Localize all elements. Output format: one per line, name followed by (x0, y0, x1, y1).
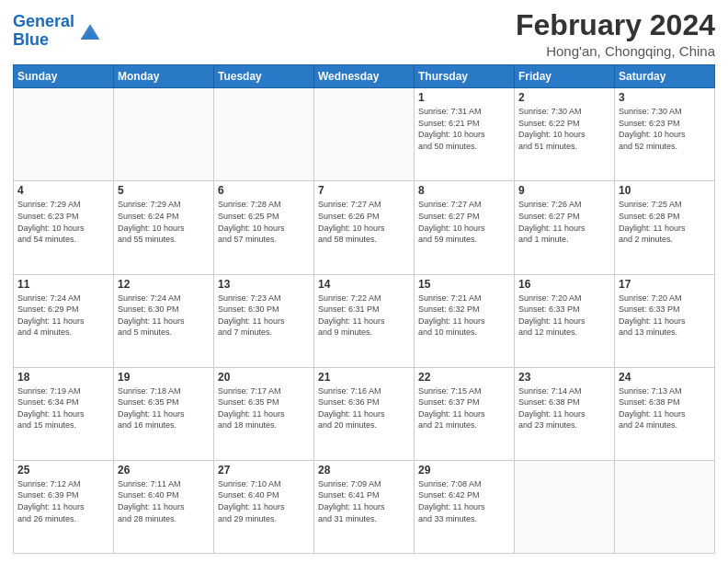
weekday-monday: Monday (114, 65, 214, 88)
day-number: 24 (619, 371, 711, 384)
day-number: 20 (218, 371, 310, 384)
day-number: 6 (218, 184, 310, 197)
calendar-cell: 9Sunrise: 7:26 AM Sunset: 6:27 PM Daylig… (515, 181, 615, 274)
day-info: Sunrise: 7:24 AM Sunset: 6:29 PM Dayligh… (17, 293, 109, 339)
weekday-saturday: Saturday (615, 65, 715, 88)
calendar-cell (615, 460, 715, 553)
header: General Blue February 2024 Hong'an, Chon… (13, 9, 715, 59)
day-number: 5 (118, 184, 210, 197)
day-number: 12 (118, 278, 210, 291)
day-info: Sunrise: 7:23 AM Sunset: 6:30 PM Dayligh… (218, 293, 310, 339)
calendar-cell: 5Sunrise: 7:29 AM Sunset: 6:24 PM Daylig… (114, 181, 214, 274)
calendar-cell (114, 88, 214, 181)
calendar-cell: 20Sunrise: 7:17 AM Sunset: 6:35 PM Dayli… (214, 367, 314, 460)
day-info: Sunrise: 7:30 AM Sunset: 6:23 PM Dayligh… (619, 106, 711, 152)
day-info: Sunrise: 7:28 AM Sunset: 6:25 PM Dayligh… (218, 199, 310, 245)
weekday-sunday: Sunday (14, 65, 114, 88)
main-title: February 2024 (516, 9, 715, 41)
day-number: 18 (17, 371, 109, 384)
day-info: Sunrise: 7:19 AM Sunset: 6:34 PM Dayligh… (17, 385, 109, 431)
calendar-table: SundayMondayTuesdayWednesdayThursdayFrid… (13, 64, 715, 554)
weekday-wednesday: Wednesday (314, 65, 415, 88)
calendar-cell: 11Sunrise: 7:24 AM Sunset: 6:29 PM Dayli… (14, 274, 114, 367)
weekday-thursday: Thursday (415, 65, 515, 88)
title-block: February 2024 Hong'an, Chongqing, China (516, 9, 715, 59)
calendar-cell: 17Sunrise: 7:20 AM Sunset: 6:33 PM Dayli… (615, 274, 715, 367)
day-number: 16 (518, 278, 610, 291)
calendar-cell: 7Sunrise: 7:27 AM Sunset: 6:26 PM Daylig… (314, 181, 415, 274)
day-number: 3 (619, 91, 711, 104)
day-info: Sunrise: 7:09 AM Sunset: 6:41 PM Dayligh… (318, 478, 410, 524)
day-info: Sunrise: 7:13 AM Sunset: 6:38 PM Dayligh… (619, 385, 711, 431)
day-info: Sunrise: 7:10 AM Sunset: 6:40 PM Dayligh… (218, 478, 310, 524)
day-info: Sunrise: 7:15 AM Sunset: 6:37 PM Dayligh… (418, 385, 510, 431)
day-info: Sunrise: 7:08 AM Sunset: 6:42 PM Dayligh… (418, 478, 510, 524)
calendar-cell: 13Sunrise: 7:23 AM Sunset: 6:30 PM Dayli… (214, 274, 314, 367)
day-info: Sunrise: 7:22 AM Sunset: 6:31 PM Dayligh… (318, 293, 410, 339)
logo-general: General (13, 12, 74, 30)
day-info: Sunrise: 7:24 AM Sunset: 6:30 PM Dayligh… (118, 293, 210, 339)
day-info: Sunrise: 7:26 AM Sunset: 6:27 PM Dayligh… (518, 199, 610, 245)
day-info: Sunrise: 7:27 AM Sunset: 6:26 PM Dayligh… (318, 199, 410, 245)
day-number: 28 (318, 464, 410, 477)
calendar-cell: 27Sunrise: 7:10 AM Sunset: 6:40 PM Dayli… (214, 460, 314, 553)
weekday-header-row: SundayMondayTuesdayWednesdayThursdayFrid… (14, 65, 715, 88)
calendar-cell (515, 460, 615, 553)
calendar-cell: 19Sunrise: 7:18 AM Sunset: 6:35 PM Dayli… (114, 367, 214, 460)
calendar-cell: 29Sunrise: 7:08 AM Sunset: 6:42 PM Dayli… (415, 460, 515, 553)
calendar-cell: 23Sunrise: 7:14 AM Sunset: 6:38 PM Dayli… (515, 367, 615, 460)
day-number: 22 (418, 371, 510, 384)
calendar-cell: 21Sunrise: 7:16 AM Sunset: 6:36 PM Dayli… (314, 367, 415, 460)
day-info: Sunrise: 7:16 AM Sunset: 6:36 PM Dayligh… (318, 385, 410, 431)
day-number: 2 (518, 91, 610, 104)
day-info: Sunrise: 7:11 AM Sunset: 6:40 PM Dayligh… (118, 478, 210, 524)
day-number: 13 (218, 278, 310, 291)
calendar-cell: 10Sunrise: 7:25 AM Sunset: 6:28 PM Dayli… (615, 181, 715, 274)
week-row-2: 11Sunrise: 7:24 AM Sunset: 6:29 PM Dayli… (14, 274, 715, 367)
day-info: Sunrise: 7:18 AM Sunset: 6:35 PM Dayligh… (118, 385, 210, 431)
day-number: 14 (318, 278, 410, 291)
day-info: Sunrise: 7:21 AM Sunset: 6:32 PM Dayligh… (418, 293, 510, 339)
calendar-cell: 24Sunrise: 7:13 AM Sunset: 6:38 PM Dayli… (615, 367, 715, 460)
day-number: 29 (418, 464, 510, 477)
day-number: 19 (118, 371, 210, 384)
day-number: 25 (17, 464, 109, 477)
day-info: Sunrise: 7:12 AM Sunset: 6:39 PM Dayligh… (17, 478, 109, 524)
week-row-1: 4Sunrise: 7:29 AM Sunset: 6:23 PM Daylig… (14, 181, 715, 274)
day-info: Sunrise: 7:20 AM Sunset: 6:33 PM Dayligh… (518, 293, 610, 339)
calendar-cell: 14Sunrise: 7:22 AM Sunset: 6:31 PM Dayli… (314, 274, 415, 367)
weekday-tuesday: Tuesday (214, 65, 314, 88)
calendar-cell: 3Sunrise: 7:30 AM Sunset: 6:23 PM Daylig… (615, 88, 715, 181)
day-number: 23 (518, 371, 610, 384)
day-info: Sunrise: 7:30 AM Sunset: 6:22 PM Dayligh… (518, 106, 610, 152)
day-number: 8 (418, 184, 510, 197)
calendar-cell: 16Sunrise: 7:20 AM Sunset: 6:33 PM Dayli… (515, 274, 615, 367)
calendar-cell: 26Sunrise: 7:11 AM Sunset: 6:40 PM Dayli… (114, 460, 214, 553)
calendar-cell: 2Sunrise: 7:30 AM Sunset: 6:22 PM Daylig… (515, 88, 615, 181)
week-row-4: 25Sunrise: 7:12 AM Sunset: 6:39 PM Dayli… (14, 460, 715, 553)
calendar-cell: 28Sunrise: 7:09 AM Sunset: 6:41 PM Dayli… (314, 460, 415, 553)
week-row-3: 18Sunrise: 7:19 AM Sunset: 6:34 PM Dayli… (14, 367, 715, 460)
day-info: Sunrise: 7:27 AM Sunset: 6:27 PM Dayligh… (418, 199, 510, 245)
calendar-cell: 6Sunrise: 7:28 AM Sunset: 6:25 PM Daylig… (214, 181, 314, 274)
day-info: Sunrise: 7:25 AM Sunset: 6:28 PM Dayligh… (619, 199, 711, 245)
calendar-cell: 25Sunrise: 7:12 AM Sunset: 6:39 PM Dayli… (14, 460, 114, 553)
sub-title: Hong'an, Chongqing, China (516, 43, 715, 59)
day-number: 26 (118, 464, 210, 477)
day-info: Sunrise: 7:14 AM Sunset: 6:38 PM Dayligh… (518, 385, 610, 431)
day-number: 27 (218, 464, 310, 477)
day-number: 7 (318, 184, 410, 197)
calendar-cell: 22Sunrise: 7:15 AM Sunset: 6:37 PM Dayli… (415, 367, 515, 460)
week-row-0: 1Sunrise: 7:31 AM Sunset: 6:21 PM Daylig… (14, 88, 715, 181)
calendar-cell: 4Sunrise: 7:29 AM Sunset: 6:23 PM Daylig… (14, 181, 114, 274)
day-number: 11 (17, 278, 109, 291)
day-info: Sunrise: 7:29 AM Sunset: 6:23 PM Dayligh… (17, 199, 109, 245)
day-info: Sunrise: 7:17 AM Sunset: 6:35 PM Dayligh… (218, 385, 310, 431)
day-number: 15 (418, 278, 510, 291)
day-number: 21 (318, 371, 410, 384)
calendar-cell: 8Sunrise: 7:27 AM Sunset: 6:27 PM Daylig… (415, 181, 515, 274)
weekday-friday: Friday (515, 65, 615, 88)
day-info: Sunrise: 7:31 AM Sunset: 6:21 PM Dayligh… (418, 106, 510, 152)
calendar-cell (14, 88, 114, 181)
logo: General Blue (13, 13, 103, 50)
